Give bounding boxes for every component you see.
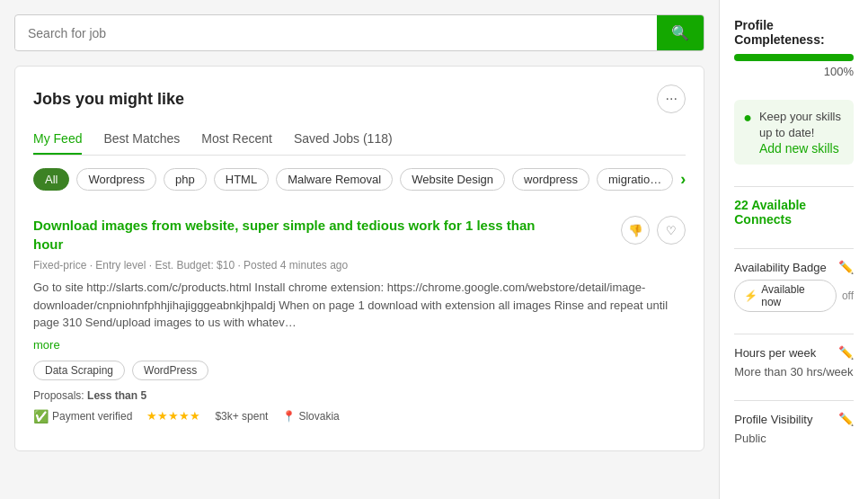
connects-label: 22 Available Connects <box>734 198 854 227</box>
hours-section: Hours per week ✏️ More than 30 hrs/week <box>734 345 854 379</box>
dislike-button[interactable]: 👎 <box>621 216 650 245</box>
tag-wordpress[interactable]: WordPress <box>132 361 208 380</box>
filter-wordpress2[interactable]: wordpress <box>512 168 589 191</box>
availability-toggle-text: Available now <box>761 283 827 308</box>
tab-saved-jobs[interactable]: Saved Jobs (118) <box>294 124 393 155</box>
skills-icon: ● <box>743 110 752 126</box>
filter-php[interactable]: php <box>164 168 207 191</box>
profile-completeness-section: Profile Completeness: 100% <box>734 18 854 78</box>
job-listing: Download images from website, super simp… <box>33 207 686 432</box>
job-tags: Data Scraping WordPress <box>33 361 686 380</box>
skills-notice-text: Keep your skills up to date! <box>759 110 841 139</box>
add-skills-link[interactable]: Add new skills <box>759 141 839 156</box>
heart-icon: ♡ <box>666 224 677 237</box>
sidebar: Profile Completeness: 100% ● Keep your s… <box>719 0 868 499</box>
completeness-label: Profile Completeness: <box>734 18 854 47</box>
payment-verified: ✅ Payment verified <box>33 409 132 423</box>
verified-icon: ✅ <box>33 409 49 423</box>
filter-malware-removal[interactable]: Malware Removal <box>276 168 393 191</box>
location-text: Slovakia <box>298 410 339 423</box>
thumbdown-icon: 👎 <box>628 224 643 237</box>
search-input[interactable] <box>15 17 657 49</box>
jobs-card: Jobs you might like ··· My Feed Best Mat… <box>14 66 704 451</box>
skills-notice: ● Keep your skills up to date! Add new s… <box>734 100 854 165</box>
connects-section: 22 Available Connects <box>734 198 854 227</box>
tag-data-scraping[interactable]: Data Scraping <box>33 361 125 380</box>
skills-section: ● Keep your skills up to date! Add new s… <box>734 100 854 165</box>
visibility-label: Profile Visibility <box>734 413 812 426</box>
filters: All Wordpress php HTML Malware Removal W… <box>33 168 686 191</box>
payment-verified-text: Payment verified <box>52 410 132 423</box>
search-bar: 🔍 <box>14 14 704 51</box>
tab-best-matches[interactable]: Best Matches <box>103 124 180 155</box>
filter-next-button[interactable]: › <box>680 170 686 189</box>
divider-2 <box>734 248 854 249</box>
job-description: Go to site http://slarts.com/c/products.… <box>33 279 686 332</box>
location-icon: 📍 <box>282 410 296 423</box>
job-footer: ✅ Payment verified ★★★★★ $3k+ spent 📍 Sl… <box>33 409 686 423</box>
tabs: My Feed Best Matches Most Recent Saved J… <box>33 124 686 156</box>
filter-wordpress[interactable]: Wordpress <box>76 168 156 191</box>
availability-section: Availability Badge ✏️ ⚡ Available now of… <box>734 260 854 312</box>
job-title[interactable]: Download images from website, super simp… <box>33 216 536 254</box>
visibility-section: Profile Visibility ✏️ Public <box>734 412 854 445</box>
visibility-value: Public <box>734 432 854 445</box>
availability-off-label: off <box>842 290 854 302</box>
divider-1 <box>734 186 854 187</box>
availability-edit-button[interactable]: ✏️ <box>838 260 854 274</box>
filter-migration[interactable]: migratio… <box>597 168 673 191</box>
progress-bar-bg <box>734 54 854 61</box>
filter-all[interactable]: All <box>33 168 69 191</box>
hours-text: More than 30 hrs/week <box>734 365 854 379</box>
job-actions: 👎 ♡ <box>621 216 686 245</box>
job-meta: Fixed-price · Entry level · Est. Budget:… <box>33 259 686 272</box>
job-location: 📍 Slovakia <box>282 410 339 423</box>
divider-3 <box>734 334 854 334</box>
proposals-label: Proposals: <box>33 389 84 402</box>
filter-html[interactable]: HTML <box>214 168 269 191</box>
availability-badge-label: Availability Badge <box>734 261 826 274</box>
proposals-count: Less than 5 <box>87 389 146 402</box>
search-icon: 🔍 <box>671 25 689 40</box>
divider-4 <box>734 400 854 401</box>
more-link[interactable]: more <box>33 338 60 352</box>
proposals: Proposals: Less than 5 <box>33 389 686 402</box>
search-button[interactable]: 🔍 <box>657 15 704 50</box>
lightning-icon: ⚡ <box>744 290 757 302</box>
jobs-card-title: Jobs you might like <box>33 90 184 109</box>
availability-toggle[interactable]: ⚡ Available now off <box>734 280 854 312</box>
more-icon: ··· <box>666 91 678 107</box>
hours-label: Hours per week <box>734 346 816 360</box>
filter-website-design[interactable]: Website Design <box>400 168 505 191</box>
progress-bar-fill <box>734 54 854 61</box>
completeness-pct: 100% <box>734 65 854 78</box>
visibility-edit-button[interactable]: ✏️ <box>838 412 854 426</box>
hours-edit-button[interactable]: ✏️ <box>838 345 854 360</box>
tab-most-recent[interactable]: Most Recent <box>201 124 272 155</box>
job-spent: $3k+ spent <box>215 410 268 423</box>
tab-my-feed[interactable]: My Feed <box>33 124 82 155</box>
save-job-button[interactable]: ♡ <box>657 216 686 245</box>
job-stars: ★★★★★ <box>146 409 200 423</box>
more-options-button[interactable]: ··· <box>657 85 686 113</box>
